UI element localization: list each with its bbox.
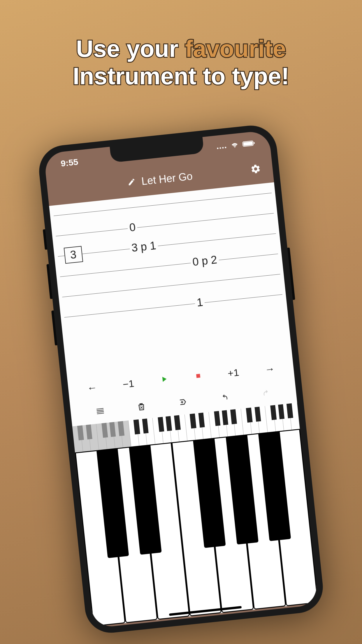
redo-icon[interactable]	[261, 389, 272, 399]
prev-arrow-button[interactable]: ←	[87, 382, 98, 394]
tab-note[interactable]: 0 p 2	[190, 253, 219, 269]
headline-line2: Instrument to type!	[73, 63, 289, 89]
wifi-icon	[230, 140, 240, 151]
svg-point-3	[225, 147, 226, 148]
plus-one-button[interactable]: +1	[227, 367, 240, 379]
minus-one-button[interactable]: −1	[122, 378, 135, 390]
svg-point-2	[222, 147, 224, 148]
stop-icon[interactable]	[194, 371, 203, 382]
marketing-headline: Use your favourite Instrument to type!	[0, 35, 362, 90]
battery-icon	[242, 138, 256, 149]
song-title[interactable]: Let Her Go	[141, 170, 193, 188]
headline-part1: Use your	[76, 35, 185, 62]
phone-mockup: 9:55	[36, 123, 325, 636]
tab-note[interactable]: 0	[127, 221, 138, 234]
play-icon[interactable]	[159, 374, 169, 387]
insert-tag-icon[interactable]	[178, 397, 189, 409]
svg-point-1	[219, 147, 221, 149]
svg-rect-5	[243, 141, 253, 146]
edit-icon[interactable]	[127, 176, 136, 189]
menu-lines-icon[interactable]	[95, 406, 106, 417]
tab-note[interactable]: 1	[194, 296, 205, 309]
delete-icon[interactable]	[136, 402, 147, 413]
tab-note[interactable]: 3 p 1	[129, 239, 158, 255]
headline-highlight: favourite	[185, 35, 286, 62]
svg-rect-6	[254, 142, 255, 144]
piano-keyboard[interactable]	[75, 429, 318, 626]
gear-icon[interactable]	[250, 163, 261, 176]
svg-point-0	[217, 148, 218, 149]
next-arrow-button[interactable]: →	[264, 363, 275, 375]
signal-dots-icon	[216, 141, 227, 152]
status-time: 9:55	[60, 157, 79, 169]
undo-icon[interactable]	[219, 393, 230, 404]
svg-rect-7	[196, 374, 200, 378]
tablature-area[interactable]: 0 3 3 p 1 0 p 2 1	[49, 182, 292, 377]
tab-note-selected[interactable]: 3	[64, 246, 83, 264]
